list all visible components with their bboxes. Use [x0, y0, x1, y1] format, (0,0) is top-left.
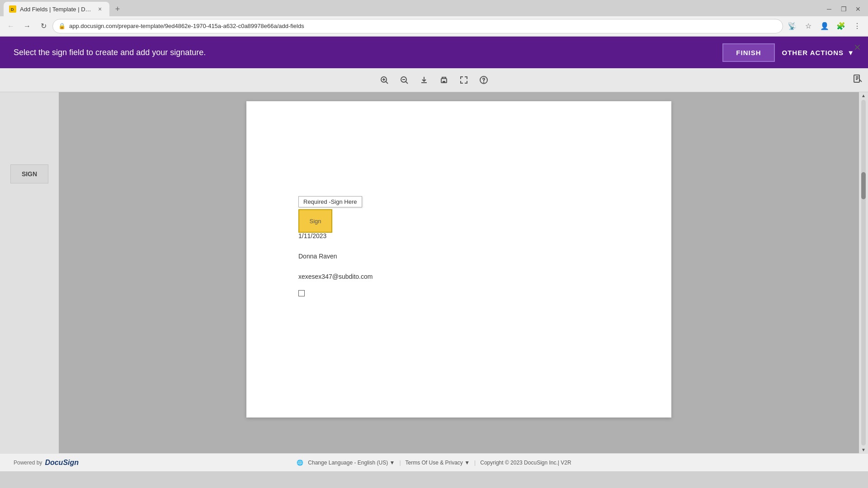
nav-actions: 📡 ☆ 👤 🧩 ⋮ — [785, 19, 864, 33]
docusign-logo: DocuSign — [45, 459, 79, 467]
scroll-thumb[interactable] — [861, 172, 866, 199]
tab-title: Add Fields | Template | DocuSign — [20, 6, 92, 13]
svg-line-7 — [406, 82, 408, 84]
extensions-button[interactable]: 🧩 — [834, 19, 848, 33]
other-actions-label: OTHER ACTIONS — [782, 49, 844, 56]
sign-tooltip: Required -Sign Here — [298, 196, 362, 207]
window-controls: ─ ❐ ✕ — [823, 3, 864, 15]
tab-close-btn[interactable]: × — [96, 5, 104, 13]
finish-button[interactable]: FINISH — [722, 43, 774, 62]
footer-separator-2: | — [474, 460, 476, 466]
address-bar[interactable]: 🔒 app.docusign.com/prepare-template/9ed4… — [52, 19, 783, 33]
download-button[interactable] — [416, 72, 432, 88]
left-panel: SIGN — [0, 92, 59, 453]
right-scrollbar: ▲ ▼ — [859, 92, 868, 453]
terms-of-use-link[interactable]: Terms Of Use & Privacy ▼ — [406, 460, 470, 466]
svg-line-3 — [386, 82, 388, 84]
doc-date: 1/11/2023 — [298, 232, 326, 239]
lock-icon: 🔒 — [58, 23, 66, 29]
browser-tab-active[interactable]: D Add Fields | Template | DocuSign × — [4, 2, 109, 16]
content-row: SIGN Required -Sign Here Sign 1/11/2023 … — [0, 92, 868, 453]
toolbar-right-icon[interactable] — [853, 74, 863, 86]
doc-toolbar — [0, 68, 868, 92]
minimize-button[interactable]: ─ — [823, 3, 835, 15]
footer-powered-by: Powered by DocuSign — [14, 459, 79, 467]
other-actions-button[interactable]: OTHER ACTIONS ▼ — [782, 49, 854, 56]
browser-nav: ← → ↻ 🔒 app.docusign.com/prepare-templat… — [0, 16, 868, 36]
svg-text:D: D — [11, 7, 14, 12]
app-container: ✕ Select the sign field to create and ad… — [0, 37, 868, 471]
language-selector[interactable]: Change Language - English (US) ▼ — [308, 460, 395, 466]
menu-button[interactable]: ⋮ — [850, 19, 864, 33]
profile-button[interactable]: 👤 — [817, 19, 832, 33]
globe-icon: 🌐 — [297, 460, 303, 466]
copyright-text: Copyright © 2023 DocuSign Inc.| V2R — [480, 460, 571, 466]
new-tab-button[interactable]: + — [111, 3, 124, 15]
zoom-in-button[interactable] — [376, 72, 392, 88]
powered-by-text: Powered by — [14, 460, 42, 466]
cast-button[interactable]: 📡 — [785, 19, 799, 33]
footer: Powered by DocuSign 🌐 Change Language - … — [0, 453, 868, 471]
scroll-up-button[interactable]: ▲ — [861, 93, 866, 98]
footer-links: 🌐 Change Language - English (US) ▼ | Ter… — [297, 460, 571, 466]
zoom-out-button[interactable] — [396, 72, 412, 88]
sign-box[interactable]: Sign — [298, 209, 332, 233]
browser-chrome: D Add Fields | Template | DocuSign × + ─… — [0, 0, 868, 37]
url-text: app.docusign.com/prepare-template/9ed486… — [69, 23, 777, 29]
doc-page-area: Required -Sign Here Sign 1/11/2023 Donna… — [59, 92, 859, 453]
sign-label[interactable]: SIGN — [10, 164, 48, 183]
forward-button[interactable]: → — [20, 19, 34, 33]
bookmark-button[interactable]: ☆ — [801, 19, 816, 33]
sign-box-label: Sign — [309, 218, 321, 225]
doc-page: Required -Sign Here Sign 1/11/2023 Donna… — [246, 101, 671, 418]
doc-checkbox[interactable] — [298, 290, 305, 296]
close-window-button[interactable]: ✕ — [852, 3, 864, 15]
scroll-down-button[interactable]: ▼ — [861, 447, 866, 452]
scroll-track — [861, 100, 866, 446]
reload-button[interactable]: ↻ — [36, 19, 51, 33]
browser-tabs: D Add Fields | Template | DocuSign × + ─… — [0, 0, 868, 16]
back-button[interactable]: ← — [4, 19, 18, 33]
sign-field-container: Required -Sign Here Sign — [298, 196, 362, 233]
help-button[interactable] — [476, 72, 492, 88]
svg-point-12 — [484, 82, 484, 83]
footer-separator-1: | — [399, 460, 401, 466]
restore-button[interactable]: ❐ — [837, 3, 850, 15]
header-message: Select the sign field to create and add … — [14, 48, 722, 57]
doc-name: Donna Raven — [298, 253, 337, 260]
doc-area: SIGN Required -Sign Here Sign 1/11/2023 … — [0, 68, 868, 453]
svg-rect-10 — [443, 81, 445, 83]
fullscreen-button[interactable] — [456, 72, 472, 88]
doc-email: xexesex347@subdito.com — [298, 273, 373, 280]
header-banner: Select the sign field to create and add … — [0, 37, 868, 68]
print-button[interactable] — [436, 72, 452, 88]
app-close-button[interactable]: ✕ — [850, 40, 864, 55]
tab-favicon: D — [9, 5, 16, 13]
